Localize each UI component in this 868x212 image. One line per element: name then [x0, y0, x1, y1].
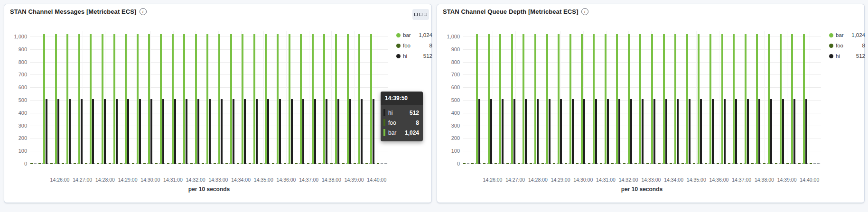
hi-series-bar — [758, 99, 760, 164]
dashboard-background: { "colors": { "page_bg": "#f5f7fa", "pan… — [0, 0, 868, 212]
hi-series-bar — [782, 99, 784, 164]
info-icon[interactable]: i — [140, 8, 147, 15]
tooltip-series-swatch — [383, 119, 385, 126]
gridline-vertical — [331, 31, 332, 164]
x-axis-label: 14:40:00 — [364, 177, 390, 183]
tooltip-row: bar1,024 — [383, 128, 419, 138]
chart-legend: bar1,024foo8hi512 — [396, 30, 432, 61]
bar-series-bar — [768, 34, 770, 164]
legend-item[interactable]: hi512 — [396, 51, 432, 61]
x-axis-title: per 10 seconds — [30, 186, 388, 193]
legend-item[interactable]: bar1,024 — [396, 30, 432, 40]
hi-series-bar — [104, 99, 106, 164]
hi-series-bar — [221, 99, 223, 164]
gridline-vertical — [787, 31, 787, 164]
hi-series-bar — [314, 99, 316, 164]
hi-series-bar — [69, 99, 71, 164]
hi-series-bar — [572, 99, 574, 164]
gridline-horizontal — [30, 37, 388, 37]
chart-legend: bar1,024foo8hi512 — [829, 30, 865, 61]
y-axis-label: 200 — [440, 135, 460, 141]
bar-series-bar — [137, 34, 139, 164]
gridline-horizontal — [463, 37, 821, 37]
gridline-horizontal — [30, 49, 388, 50]
legend-series-value: 1,024 — [419, 32, 432, 38]
hi-series-bar — [735, 99, 737, 164]
gridline-horizontal — [463, 87, 821, 88]
bar-series-bar — [230, 34, 232, 164]
hi-series-bar — [700, 99, 702, 164]
y-axis-label: 100 — [440, 148, 460, 154]
bar-series-bar — [780, 34, 782, 164]
bar-series-bar — [499, 34, 501, 164]
hi-series-bar — [139, 99, 141, 164]
hi-series-bar — [478, 99, 480, 164]
chart-plot-area[interactable] — [463, 31, 821, 164]
y-axis-label: 900 — [440, 46, 460, 52]
hi-series-bar — [502, 99, 504, 164]
gridline-vertical — [377, 31, 377, 164]
bar-series-bar — [323, 34, 325, 164]
bar-series-bar — [721, 34, 723, 164]
chart-panel[interactable]: STAN Channel Queue Depth [Metricbeat ECS… — [437, 4, 865, 203]
gridline-vertical — [286, 31, 287, 164]
hi-series-bar — [793, 99, 795, 164]
hi-series-bar — [805, 99, 807, 164]
gridline-vertical — [810, 31, 810, 164]
bar-series-bar — [745, 34, 747, 164]
hi-series-bar — [513, 99, 515, 164]
info-icon[interactable]: i — [581, 8, 588, 15]
bar-series-bar — [206, 34, 208, 164]
bar-series-bar — [628, 34, 630, 164]
chart-panel[interactable]: STAN Channel Messages [Metricbeat ECS] i… — [4, 4, 432, 203]
bar-series-bar — [265, 34, 267, 164]
legend-item[interactable]: hi512 — [829, 51, 865, 61]
legend-item[interactable]: bar1,024 — [829, 30, 865, 40]
gridline-vertical — [764, 31, 765, 164]
tooltip-series-value: 8 — [416, 120, 419, 126]
bar-series-bar — [370, 34, 372, 164]
legend-item[interactable]: foo8 — [396, 40, 432, 51]
hi-series-bar — [747, 99, 749, 164]
legend-item[interactable]: foo8 — [829, 40, 865, 51]
bar-series-bar — [558, 34, 560, 164]
tooltip-series-label: hi — [388, 110, 392, 116]
bar-series-bar — [277, 34, 279, 164]
y-axis-label: 0 — [7, 161, 27, 166]
chart-plot-area[interactable] — [30, 31, 388, 164]
hi-series-bar — [127, 99, 129, 164]
legend-series-value: 512 — [856, 53, 865, 59]
gridline-vertical — [719, 31, 719, 164]
bar-series-bar — [523, 34, 524, 164]
hi-series-bar — [665, 99, 667, 164]
legend-color-dot — [396, 54, 401, 58]
hi-series-bar — [267, 99, 269, 164]
chart-tooltip: 14:39:50hi512foo8bar1,024 — [381, 92, 423, 141]
bar-series-bar — [335, 34, 337, 164]
gridline-horizontal — [463, 49, 821, 50]
legend-color-dot — [829, 44, 833, 48]
bar-series-bar — [125, 34, 127, 164]
panel-options-button[interactable] — [412, 9, 429, 20]
hi-series-bar — [244, 99, 246, 164]
hi-series-bar — [537, 99, 539, 164]
hi-series-bar — [583, 99, 585, 164]
hi-series-bar — [373, 99, 374, 164]
bar-series-bar — [358, 34, 360, 164]
bar-series-bar — [78, 34, 80, 164]
panel-title-text: STAN Channel Messages [Metricbeat ECS] — [10, 8, 137, 15]
y-axis-label: 500 — [440, 97, 460, 103]
bar-series-bar — [488, 34, 490, 164]
bar-series-bar — [183, 34, 185, 164]
y-axis-label: 900 — [7, 46, 27, 52]
bar-series-bar — [511, 34, 513, 164]
bar-series-bar — [66, 34, 68, 164]
panel-title-text: STAN Channel Queue Depth [Metricbeat ECS… — [443, 8, 579, 15]
bar-series-bar — [616, 34, 618, 164]
hi-series-bar — [349, 99, 351, 164]
bar-series-bar — [476, 34, 478, 164]
legend-color-dot — [396, 33, 401, 37]
gridline-horizontal — [30, 87, 388, 88]
legend-series-label: foo — [403, 43, 411, 48]
hi-series-bar — [689, 99, 691, 164]
